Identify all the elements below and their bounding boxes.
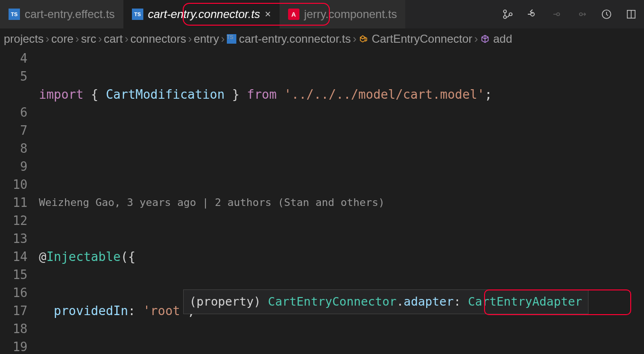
- svg-point-1: [504, 16, 506, 19]
- ts-icon: [132, 9, 143, 20]
- chevron-right-icon: ›: [474, 32, 478, 46]
- editor-tabs: cart-entry.effect.ts cart-entry.connecto…: [0, 0, 644, 28]
- chevron-right-icon: ›: [353, 32, 356, 46]
- crumb-entry[interactable]: entry: [194, 32, 219, 46]
- tab-jerry-component[interactable]: jerry.component.ts: [280, 0, 406, 28]
- split-editor-icon[interactable]: [624, 7, 638, 21]
- prev-change-icon[interactable]: [550, 7, 564, 21]
- class-icon: [358, 34, 369, 44]
- chevron-right-icon: ›: [98, 32, 102, 46]
- crumb-src[interactable]: src: [81, 32, 96, 46]
- code-lens[interactable]: Weizheng Gao, 3 years ago | 2 authors (S…: [39, 194, 644, 212]
- tab-label: cart-entry.connector.ts: [148, 8, 260, 21]
- crumb-file[interactable]: cart-entry.connector.ts: [227, 32, 351, 46]
- tab-cart-entry-connector[interactable]: cart-entry.connector.ts ×: [123, 0, 280, 28]
- tab-cart-entry-effect[interactable]: cart-entry.effect.ts: [0, 0, 123, 28]
- tab-label: jerry.component.ts: [304, 8, 397, 21]
- hover-tooltip: (property) CartEntryConnector.adapter: C…: [183, 289, 588, 314]
- method-icon: [480, 34, 490, 44]
- next-change-icon[interactable]: [575, 7, 589, 21]
- crumb-projects[interactable]: projects: [4, 32, 44, 46]
- breadcrumb: projects › core › src › cart › connector…: [0, 28, 644, 49]
- close-icon[interactable]: ×: [265, 8, 271, 20]
- svg-point-2: [509, 13, 512, 16]
- chevron-right-icon: ›: [188, 32, 192, 46]
- angular-icon: [288, 9, 299, 20]
- tab-label: cart-entry.effect.ts: [25, 8, 115, 21]
- crumb-cart[interactable]: cart: [104, 32, 123, 46]
- revert-icon[interactable]: [525, 7, 540, 21]
- line-gutter: 4 5 6 7 8 9 10 11 12 13 14 15 16 17 18 1…: [0, 49, 39, 354]
- crumb-connectors[interactable]: connectors: [131, 32, 186, 46]
- chevron-right-icon: ›: [221, 32, 225, 46]
- chevron-right-icon: ›: [75, 32, 79, 46]
- crumb-core[interactable]: core: [51, 32, 74, 46]
- svg-point-0: [504, 10, 506, 13]
- chevron-right-icon: ›: [46, 32, 49, 46]
- code-editor[interactable]: 4 5 6 7 8 9 10 11 12 13 14 15 16 17 18 1…: [0, 49, 644, 354]
- svg-point-5: [579, 13, 582, 16]
- ts-icon: [9, 9, 20, 20]
- editor-toolbar: [501, 0, 644, 28]
- crumb-method[interactable]: add: [480, 32, 512, 46]
- source-control-icon[interactable]: [501, 7, 515, 21]
- crumb-class[interactable]: CartEntryConnector: [358, 32, 472, 46]
- ts-icon: [227, 34, 236, 44]
- timeline-icon[interactable]: [599, 7, 614, 21]
- chevron-right-icon: ›: [125, 32, 129, 46]
- svg-point-4: [557, 13, 560, 16]
